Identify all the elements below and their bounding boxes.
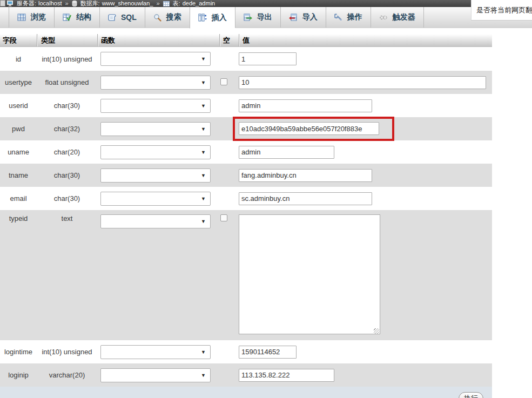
dropdown-arrow-icon: ▼ (201, 56, 206, 62)
tab-label: 浏览 (31, 12, 46, 22)
breadcrumb-server-link[interactable]: localhost (38, 0, 62, 7)
form-footer (0, 387, 492, 398)
field-name: tname (0, 171, 37, 179)
dropdown-arrow-icon: ▼ (201, 349, 206, 355)
table-row-pwd: pwd char(32) ▼ (0, 117, 492, 140)
dropdown-arrow-icon: ▼ (201, 172, 206, 179)
field-type: int(10) unsigned (37, 348, 97, 356)
field-type: char(32) (37, 125, 97, 133)
table-row-loginip: loginip varchar(20) ▼ (0, 363, 492, 387)
null-checkbox[interactable] (220, 78, 227, 85)
table-row-tname: tname char(30) ▼ (0, 164, 492, 187)
null-checkbox[interactable] (220, 214, 227, 221)
function-select[interactable]: ▼ (100, 345, 211, 359)
value-input-tname[interactable] (239, 169, 372, 182)
breadcrumb-server-label: 服务器: (17, 0, 36, 7)
field-name: usertype (0, 78, 37, 86)
dropdown-arrow-icon: ▼ (201, 79, 206, 86)
import-icon (289, 14, 298, 21)
tab-label: 操作 (347, 12, 362, 22)
tab-insert[interactable]: 插入 (190, 7, 235, 29)
window-fragment (0, 0, 5, 6)
dropdown-arrow-icon: ▼ (201, 149, 206, 156)
search-icon (153, 14, 161, 22)
database-icon (72, 1, 77, 6)
table-row-usertype: usertype float unsigned ▼ (0, 71, 492, 94)
value-input-usertype[interactable] (239, 76, 486, 89)
operations-icon (334, 14, 342, 22)
field-name: userid (0, 102, 37, 110)
field-name: loginip (0, 371, 37, 379)
header-type: 类型 (37, 34, 97, 46)
table-row-id: id int(10) unsigned ▼ (0, 47, 492, 71)
field-name: email (0, 194, 37, 203)
execute-button[interactable]: 执行 (459, 392, 483, 398)
function-select[interactable]: ▼ (100, 192, 211, 206)
breadcrumb-table-label: 表: (173, 0, 180, 7)
sql-icon (108, 14, 116, 22)
export-icon (244, 14, 252, 21)
field-type: text (37, 214, 97, 222)
function-select[interactable]: ▼ (100, 214, 211, 228)
browser-notification-bar: 是否将当前网页翻 (471, 0, 532, 21)
tab-browse[interactable]: 浏览 (9, 7, 54, 28)
tab-sql[interactable]: SQL (99, 7, 145, 28)
tab-search[interactable]: 搜索 (145, 7, 190, 28)
insert-icon (198, 14, 207, 22)
header-value: 值 (239, 34, 492, 46)
header-function: 函数 (97, 34, 219, 46)
tab-label: 搜索 (166, 12, 181, 22)
field-type: char(20) (37, 148, 97, 156)
field-type: char(30) (37, 171, 97, 179)
field-type: varchar(20) (37, 371, 97, 379)
tab-label: 结构 (76, 12, 91, 22)
dropdown-arrow-icon: ▼ (201, 195, 206, 202)
function-select[interactable]: ▼ (100, 145, 211, 159)
dropdown-arrow-icon: ▼ (201, 372, 206, 379)
table-row-email: email char(30) ▼ (0, 187, 492, 210)
tab-structure[interactable]: 结构 (54, 7, 99, 28)
value-input-email[interactable] (239, 192, 372, 205)
function-select[interactable]: ▼ (100, 52, 211, 66)
field-name: logintime (0, 348, 37, 356)
breadcrumb-database-label: 数据库: (80, 0, 100, 7)
value-textarea-typeid[interactable] (239, 214, 380, 334)
field-name: uname (0, 148, 37, 156)
header-row: 字段 类型 函数 空 值 (0, 34, 492, 47)
structure-icon (63, 14, 71, 21)
field-type: char(30) (37, 194, 97, 203)
browse-table-icon (17, 14, 26, 21)
dropdown-arrow-icon: ▼ (201, 218, 206, 225)
value-input-pwd[interactable] (239, 122, 379, 135)
field-type: float unsigned (37, 78, 97, 86)
tab-import[interactable]: 导入 (280, 7, 326, 28)
tab-label: 导入 (302, 12, 318, 22)
breadcrumb: 服务器: localhost » 数据库: www_shenouwlan_ » … (0, 0, 532, 7)
table-row-typeid: typeid text ▼ (0, 210, 492, 340)
value-input-loginip[interactable] (239, 369, 334, 382)
function-select[interactable]: ▼ (100, 368, 211, 382)
table-tabs: 浏览 结构 SQL 搜索 插入 导出 导入 操作 触发器 (0, 7, 532, 28)
breadcrumb-database-link[interactable]: www_shenouwlan_ (102, 0, 153, 7)
tab-triggers[interactable]: 触发器 (371, 7, 424, 28)
tab-label: 导出 (257, 12, 272, 22)
value-input-userid[interactable] (239, 99, 372, 112)
dropdown-arrow-icon: ▼ (201, 103, 206, 109)
tab-label: SQL (121, 13, 137, 22)
tab-export[interactable]: 导出 (235, 7, 280, 28)
insert-form: 字段 类型 函数 空 值 id int(10) unsigned ▼ usert… (0, 34, 492, 387)
triggers-icon (379, 14, 388, 21)
field-type: char(30) (37, 102, 97, 110)
value-input-id[interactable] (239, 52, 297, 65)
tab-operations[interactable]: 操作 (326, 7, 371, 28)
value-input-uname[interactable] (239, 146, 334, 159)
function-select[interactable]: ▼ (100, 76, 211, 90)
function-select[interactable]: ▼ (100, 122, 211, 136)
header-null: 空 (219, 34, 239, 46)
function-select[interactable]: ▼ (100, 168, 211, 183)
tab-label: 触发器 (393, 12, 415, 22)
breadcrumb-table-link[interactable]: dede_admin (183, 0, 216, 7)
function-select[interactable]: ▼ (100, 99, 211, 113)
value-input-logintime[interactable] (239, 346, 297, 359)
header-field: 字段 (0, 34, 37, 46)
